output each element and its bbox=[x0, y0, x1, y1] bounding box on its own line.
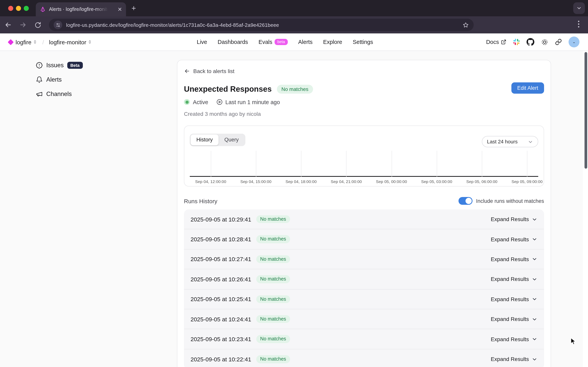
chevron-down-icon bbox=[532, 256, 537, 262]
bookmark-star-icon[interactable] bbox=[462, 22, 469, 28]
chevron-down-icon bbox=[532, 276, 537, 282]
created-by-text: Created 3 months ago by nicola bbox=[184, 111, 544, 117]
tab-search-button[interactable] bbox=[573, 2, 585, 14]
status-badge: No matches bbox=[277, 85, 313, 94]
reload-button[interactable] bbox=[31, 18, 44, 32]
chart-gridline bbox=[346, 151, 347, 177]
avatar[interactable]: - bbox=[569, 36, 579, 47]
new-tab-button[interactable]: + bbox=[131, 4, 136, 13]
run-timestamp: 2025-09-05 at 10:27:41 bbox=[191, 256, 251, 262]
nav-evals[interactable]: Evalsbeta bbox=[259, 39, 288, 45]
edit-alert-button[interactable]: Edit Alert bbox=[511, 82, 544, 94]
run-row[interactable]: 2025-09-05 at 10:27:41No matchesExpand R… bbox=[184, 250, 544, 269]
scrollbar-thumb[interactable] bbox=[584, 52, 587, 169]
window-zoom-button[interactable] bbox=[24, 6, 29, 11]
forward-button[interactable] bbox=[16, 18, 30, 32]
browser-menu-icon[interactable] bbox=[576, 19, 582, 29]
chart-gridline bbox=[301, 151, 301, 177]
project-name: logfire-monitor bbox=[49, 39, 86, 45]
mouse-cursor bbox=[570, 337, 578, 345]
sidebar-item-issues[interactable]: Issues Beta bbox=[36, 61, 83, 70]
chevron-down-icon bbox=[532, 216, 537, 222]
run-row[interactable]: 2025-09-05 at 10:29:41No matchesExpand R… bbox=[184, 209, 544, 229]
back-to-alerts-link[interactable]: Back to alerts list bbox=[184, 68, 544, 74]
github-icon[interactable] bbox=[527, 38, 534, 46]
nav-explore[interactable]: Explore bbox=[323, 39, 342, 45]
last-run-label: Last run 1 minute ago bbox=[225, 99, 280, 105]
run-timestamp: 2025-09-05 at 10:24:41 bbox=[191, 316, 251, 322]
nav-settings[interactable]: Settings bbox=[353, 39, 373, 45]
window-minimize-button[interactable] bbox=[16, 6, 21, 11]
url-bar[interactable]: logfire-us.pydantic.dev/logfire/logfire-… bbox=[49, 19, 474, 31]
run-row[interactable]: 2025-09-05 at 10:26:41No matchesExpand R… bbox=[184, 269, 544, 289]
run-row[interactable]: 2025-09-05 at 10:23:41No matchesExpand R… bbox=[184, 329, 544, 349]
toggle-label: Include runs without matches bbox=[476, 198, 544, 204]
run-row[interactable]: 2025-09-05 at 10:22:41No matchesExpand R… bbox=[184, 349, 544, 367]
chart-tick-labels: Sep 04, 12:00:00Sep 04, 15:00:00Sep 04, … bbox=[190, 179, 538, 184]
sidebar-item-alerts[interactable]: Alerts bbox=[36, 75, 83, 84]
window-close-button[interactable] bbox=[8, 6, 13, 11]
expand-results-button[interactable]: Expand Results bbox=[491, 236, 537, 242]
run-timestamp: 2025-09-05 at 10:25:41 bbox=[191, 296, 251, 302]
nav-label: Alerts bbox=[298, 39, 313, 45]
run-timestamp: 2025-09-05 at 10:23:41 bbox=[191, 336, 251, 342]
theme-toggle-icon[interactable] bbox=[541, 38, 548, 46]
run-row[interactable]: 2025-09-05 at 10:28:41No matchesExpand R… bbox=[184, 229, 544, 250]
chart-gridline bbox=[437, 151, 437, 177]
chart-tick-label: Sep 05, 03:00:00 bbox=[421, 179, 452, 184]
site-info-icon[interactable] bbox=[54, 21, 62, 29]
browser-titlebar: Alerts · logfire/logfire-monitor ✕ + bbox=[0, 0, 588, 16]
sidebar-item-channels[interactable]: Channels bbox=[36, 90, 83, 98]
nav-label: Dashboards bbox=[218, 39, 248, 45]
chevron-down-icon bbox=[532, 296, 537, 302]
org-switcher[interactable]: logfire bbox=[16, 39, 37, 45]
expand-results-button[interactable]: Expand Results bbox=[491, 316, 537, 322]
page-title: Unexpected Responses bbox=[184, 85, 272, 94]
nav-live[interactable]: Live bbox=[197, 39, 207, 45]
tab-history[interactable]: History bbox=[191, 134, 219, 145]
megaphone-icon bbox=[36, 91, 43, 98]
back-button[interactable] bbox=[1, 18, 15, 32]
no-matches-badge: No matches bbox=[256, 355, 290, 363]
expand-results-label: Expand Results bbox=[491, 216, 529, 222]
expand-results-button[interactable]: Expand Results bbox=[491, 256, 537, 262]
breadcrumb-separator: / bbox=[43, 39, 44, 45]
copy-link-icon[interactable] bbox=[555, 38, 562, 45]
expand-results-button[interactable]: Expand Results bbox=[491, 216, 537, 222]
project-switcher[interactable]: logfire-monitor bbox=[49, 39, 92, 45]
sidebar-label: Alerts bbox=[46, 76, 62, 83]
chevron-down-icon bbox=[532, 336, 537, 342]
nav-alerts[interactable]: Alerts bbox=[298, 39, 313, 45]
close-tab-icon[interactable]: ✕ bbox=[118, 7, 122, 12]
nav-dashboards[interactable]: Dashboards bbox=[218, 39, 248, 45]
logfire-logo-icon bbox=[8, 39, 14, 45]
chart-tick-label: Sep 04, 15:00:00 bbox=[240, 179, 272, 184]
time-range-select[interactable]: Last 24 hours bbox=[482, 136, 538, 147]
runs-history-heading: Runs History bbox=[184, 198, 217, 204]
browser-tab[interactable]: Alerts · logfire/logfire-monitor ✕ bbox=[36, 2, 126, 16]
page-body: Issues Beta Alerts Channels Back to aler… bbox=[0, 51, 588, 367]
tab-query[interactable]: Query bbox=[219, 134, 245, 145]
expand-results-label: Expand Results bbox=[491, 276, 529, 282]
expand-results-button[interactable]: Expand Results bbox=[491, 336, 537, 342]
url-text: logfire-us.pydantic.dev/logfire/logfire-… bbox=[66, 22, 279, 28]
sidebar-label: Channels bbox=[46, 91, 72, 98]
history-panel: History Query Last 24 hours Sep 04, 12:0… bbox=[184, 125, 544, 186]
expand-results-button[interactable]: Expand Results bbox=[491, 276, 537, 282]
scrollbar-track[interactable] bbox=[583, 51, 588, 367]
include-runs-toggle[interactable] bbox=[459, 197, 472, 205]
slack-icon[interactable] bbox=[513, 38, 520, 45]
expand-results-button[interactable]: Expand Results bbox=[491, 356, 537, 362]
docs-link[interactable]: Docs bbox=[486, 39, 506, 45]
expand-results-label: Expand Results bbox=[491, 316, 529, 322]
expand-results-label: Expand Results bbox=[491, 356, 529, 362]
run-row[interactable]: 2025-09-05 at 10:24:41No matchesExpand R… bbox=[184, 309, 544, 329]
panel-tab-group: History Query bbox=[190, 134, 245, 146]
back-link-label: Back to alerts list bbox=[193, 68, 235, 74]
expand-results-button[interactable]: Expand Results bbox=[491, 296, 537, 302]
run-row[interactable]: 2025-09-05 at 10:25:41No matchesExpand R… bbox=[184, 289, 544, 309]
no-matches-badge: No matches bbox=[256, 215, 290, 223]
expand-results-label: Expand Results bbox=[491, 256, 529, 262]
external-link-icon bbox=[501, 39, 506, 45]
chart-tick-label: Sep 05, 00:00:00 bbox=[376, 179, 407, 184]
